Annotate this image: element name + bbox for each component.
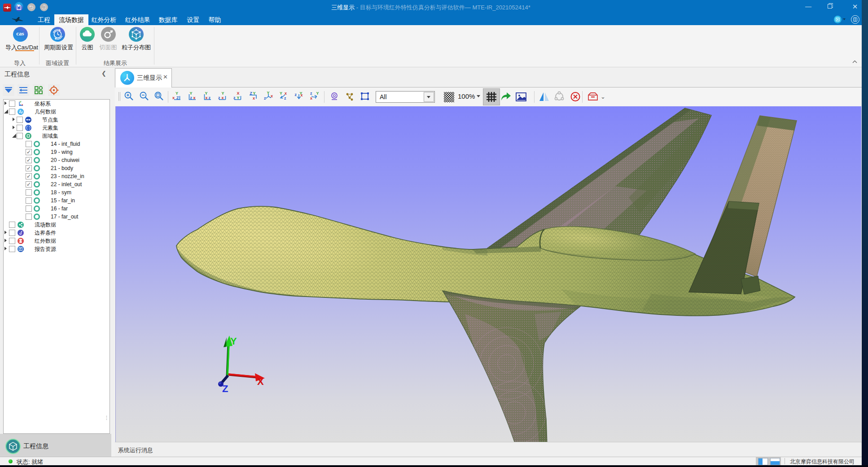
svg-text:z: z: [233, 96, 236, 100]
svg-text:x: x: [301, 93, 303, 97]
svg-text:Y: Y: [316, 91, 319, 96]
svg-text:Y: Y: [267, 91, 270, 95]
svg-text:x: x: [22, 103, 23, 106]
svg-text:z: z: [20, 103, 21, 106]
svg-text:x: x: [271, 94, 273, 98]
svg-text:Y: Y: [230, 336, 237, 347]
svg-text:Y: Y: [280, 91, 282, 96]
svg-text:x: x: [310, 96, 312, 100]
svg-text:z: z: [190, 96, 193, 100]
svg-text:Z: Z: [250, 91, 253, 96]
svg-text:x: x: [172, 96, 175, 100]
svg-text:Y: Y: [237, 96, 240, 100]
svg-text:X: X: [237, 91, 240, 96]
svg-text:z: z: [295, 92, 297, 97]
svg-text:Y: Y: [222, 91, 224, 96]
svg-text:z: z: [218, 96, 220, 100]
svg-text:Z: Z: [176, 96, 179, 100]
svg-text:Y: Y: [205, 91, 208, 96]
svg-text:x: x: [285, 91, 287, 96]
svg-text:x: x: [193, 96, 196, 100]
svg-text:Y: Y: [253, 91, 256, 96]
svg-text:z: z: [284, 96, 286, 100]
svg-text:x: x: [206, 96, 208, 100]
svg-text:x: x: [253, 96, 255, 100]
svg-text:X: X: [257, 376, 264, 387]
svg-text:Z: Z: [222, 383, 228, 394]
svg-text:z: z: [209, 96, 211, 100]
svg-text:Y: Y: [175, 91, 178, 96]
svg-text:z: z: [310, 91, 312, 96]
svg-text:z: z: [264, 96, 266, 100]
svg-text:Y: Y: [190, 91, 193, 96]
svg-text:x: x: [222, 96, 224, 100]
